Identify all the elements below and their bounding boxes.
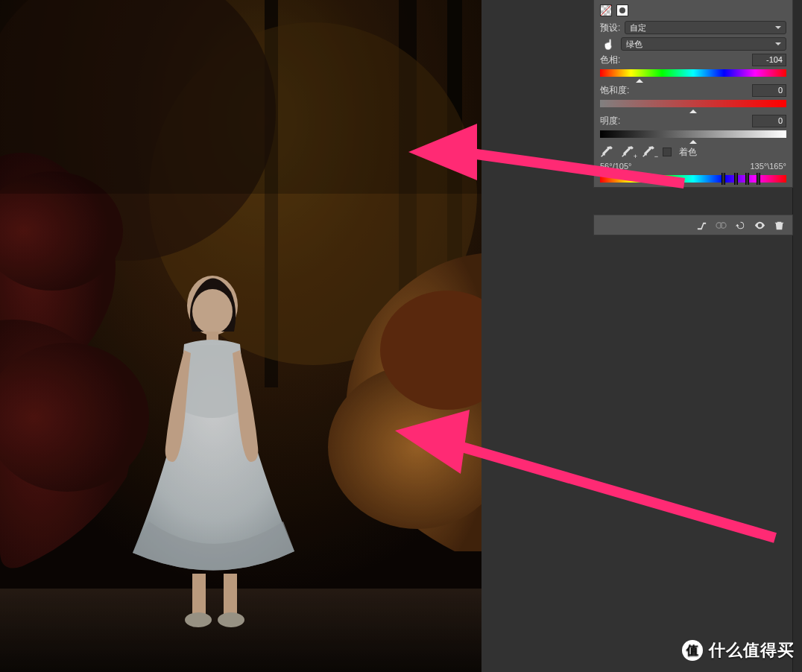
hue-slider[interactable] [600,69,786,77]
preset-value: 自定 [630,22,646,34]
layer-mask-icon [616,4,628,16]
hue-label: 色相: [600,54,620,66]
hue-sat-panel: 预设: 自定 ☝️ 绿色 色相: -104 饱和度: 0 明度: [593,0,793,188]
hue-value[interactable]: -104 [752,54,786,66]
range-left-readout: 56°/105° [600,162,631,171]
saturation-label: 饱和度: [600,84,629,97]
hue-thumb[interactable] [636,75,643,83]
eyedropper-icon[interactable] [600,145,613,159]
saturation-thumb[interactable] [689,106,697,113]
svg-rect-19 [0,0,481,194]
lightness-thumb[interactable] [689,136,697,144]
photo-canvas[interactable] [0,0,481,672]
lightness-label: 明度: [600,115,620,127]
panel-footer [593,215,793,235]
watermark-badge: 值 [682,640,703,661]
preset-label: 预设: [600,22,620,34]
visibility-icon[interactable] [754,219,765,231]
adjustment-icon [600,4,612,16]
color-range-slider[interactable] [600,172,786,184]
lightness-slider[interactable] [600,130,786,138]
colorize-label: 着色 [679,146,697,159]
saturation-slider[interactable] [600,100,786,107]
eyedropper-sub-icon[interactable]: − [642,145,655,159]
watermark: 值 什么值得买 [682,639,795,662]
channel-select[interactable]: 绿色 [621,37,786,51]
eyedropper-add-icon[interactable]: + [621,145,634,159]
preset-select[interactable]: 自定 [625,21,786,34]
watermark-text: 什么值得买 [709,639,795,662]
channel-value: 绿色 [626,39,642,50]
reset-icon[interactable] [734,219,746,231]
targeted-adjust-icon[interactable]: ☝️ [600,37,616,51]
trash-icon[interactable] [773,219,785,231]
saturation-value[interactable]: 0 [752,84,786,97]
view-previous-icon[interactable] [715,219,727,231]
colorize-checkbox[interactable] [663,148,672,156]
lightness-value[interactable]: 0 [752,115,786,127]
clip-mask-icon[interactable] [695,219,707,231]
svg-point-21 [720,222,726,228]
range-right-readout: 135°\165° [750,162,786,171]
